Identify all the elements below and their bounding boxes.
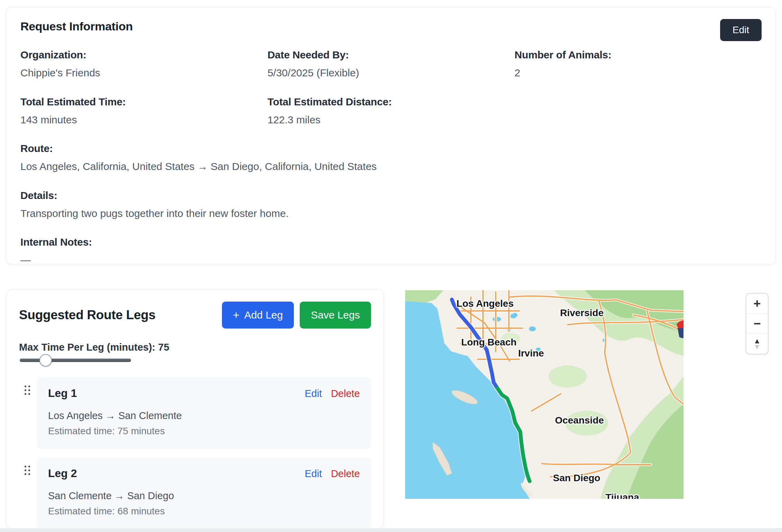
request-information-card: Request Information Edit Organization: C…	[6, 7, 776, 264]
organization-value: Chippie's Friends	[20, 66, 268, 79]
minus-icon: −	[753, 316, 761, 331]
map-zoom-controls: + − ▲ ▼	[746, 293, 769, 354]
map-label-long-beach: Long Beach	[461, 337, 516, 348]
total-time-label: Total Estimated Time:	[20, 96, 268, 108]
field-num-animals: Number of Animals: 2	[514, 49, 762, 79]
field-details: Details: Transporting two pugs together …	[20, 190, 762, 220]
num-animals-label: Number of Animals:	[514, 49, 762, 61]
save-legs-label: Save Legs	[311, 309, 360, 321]
date-needed-value: 5/30/2025 (Flexible)	[268, 66, 515, 79]
leg-delete-link[interactable]: Delete	[331, 468, 360, 479]
details-value: Transporting two pugs together into thei…	[20, 207, 762, 220]
plus-icon: +	[753, 296, 761, 311]
map-canvas	[405, 290, 683, 499]
leg-row-1: Leg 1 Edit Delete Los Angeles → San Clem…	[19, 377, 371, 449]
internal-notes-value: —	[20, 254, 762, 267]
max-time-section: Max Time Per Leg (minutes): 75	[19, 342, 371, 362]
zoom-out-button[interactable]: −	[746, 314, 768, 334]
suggested-route-legs-card: Suggested Route Legs + Add Leg Save Legs…	[6, 289, 384, 529]
map-label-irvine: Irvine	[518, 348, 544, 359]
leg-route: San Clemente → San Diego	[48, 490, 360, 502]
save-legs-button[interactable]: Save Legs	[300, 302, 371, 329]
field-total-time: Total Estimated Time: 143 minutes	[20, 96, 268, 126]
leg-card: Leg 1 Edit Delete Los Angeles → San Clem…	[37, 377, 371, 449]
leg-estimated-time: Estimated time: 68 minutes	[48, 506, 360, 517]
route-value: Los Angeles, California, United States →…	[20, 160, 762, 173]
num-animals-value: 2	[514, 66, 762, 79]
legs-title: Suggested Route Legs	[19, 308, 156, 322]
leg-estimated-time: Estimated time: 75 minutes	[48, 426, 360, 437]
leg-edit-link[interactable]: Edit	[305, 388, 322, 399]
max-time-label: Max Time Per Leg (minutes): 75	[19, 342, 371, 353]
add-leg-button[interactable]: + Add Leg	[222, 302, 294, 329]
edit-request-button[interactable]: Edit	[720, 19, 762, 41]
total-time-value: 143 minutes	[20, 113, 268, 126]
field-internal-notes: Internal Notes: —	[20, 236, 762, 267]
max-time-slider[interactable]	[20, 359, 131, 362]
legs-header: Suggested Route Legs + Add Leg Save Legs	[19, 302, 371, 329]
internal-notes-label: Internal Notes:	[20, 236, 762, 248]
map-label-los-angeles: Los Angeles	[456, 298, 513, 309]
leg-card: Leg 2 Edit Delete San Clemente → San Die…	[37, 457, 371, 529]
zoom-in-button[interactable]: +	[746, 294, 768, 314]
leg-edit-link[interactable]: Edit	[305, 468, 322, 479]
organization-label: Organization:	[20, 49, 268, 61]
field-route: Route: Los Angeles, California, United S…	[20, 143, 762, 173]
triangle-down-icon: ▼	[754, 344, 761, 350]
drag-handle-icon[interactable]	[19, 386, 37, 395]
add-leg-label: Add Leg	[244, 309, 283, 321]
request-info-title: Request Information	[20, 20, 762, 33]
leg-delete-link[interactable]: Delete	[331, 388, 360, 399]
leg-row-2: Leg 2 Edit Delete San Clemente → San Die…	[19, 457, 371, 529]
route-map[interactable]: Los Angeles Riverside Long Beach Irvine …	[405, 290, 683, 499]
map-label-san-diego: San Diego	[553, 473, 601, 484]
field-total-distance: Total Estimated Distance: 122.3 miles	[268, 96, 762, 126]
field-organization: Organization: Chippie's Friends	[20, 49, 268, 79]
pitch-reset-button[interactable]: ▲ ▼	[746, 334, 768, 354]
details-label: Details:	[20, 190, 762, 201]
total-distance-label: Total Estimated Distance:	[268, 96, 762, 108]
map-label-oceanside: Oceanside	[555, 415, 604, 426]
request-fields: Organization: Chippie's Friends Date Nee…	[20, 49, 762, 267]
plus-icon: +	[233, 310, 240, 321]
map-label-riverside: Riverside	[560, 307, 604, 319]
date-needed-label: Date Needed By:	[268, 49, 515, 61]
field-date-needed: Date Needed By: 5/30/2025 (Flexible)	[268, 49, 515, 79]
leg-name: Leg 1	[48, 387, 77, 400]
legs-list: Leg 1 Edit Delete Los Angeles → San Clem…	[19, 377, 371, 529]
route-label: Route:	[20, 143, 762, 154]
leg-name: Leg 2	[48, 467, 77, 480]
map-label-tijuana: Tijuana	[605, 492, 639, 499]
page-bottom-strip	[0, 528, 782, 532]
total-distance-value: 122.3 miles	[268, 113, 762, 126]
drag-handle-icon[interactable]	[19, 466, 37, 475]
leg-route: Los Angeles → San Clemente	[48, 410, 360, 421]
